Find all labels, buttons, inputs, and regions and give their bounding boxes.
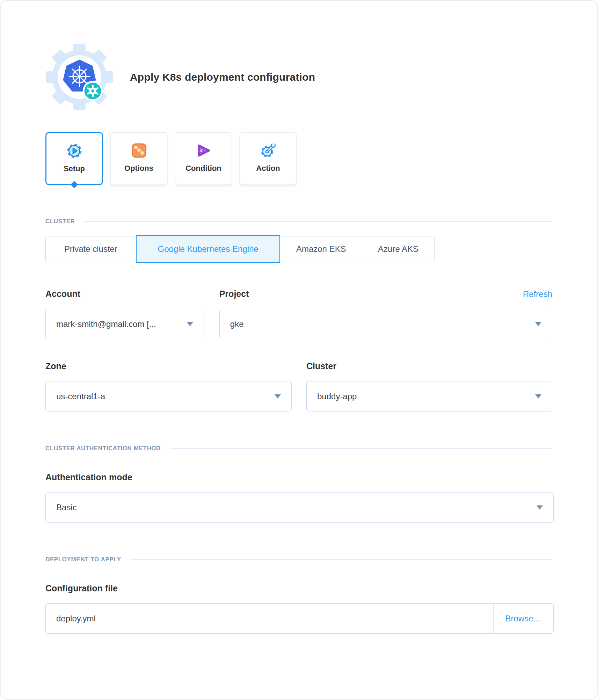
section-title: DEPLOYMENT TO APPLY — [45, 556, 121, 563]
dropdown-arrow-icon — [535, 394, 541, 399]
auth-mode-label: Authentication mode — [45, 472, 552, 482]
segment-azure-aks[interactable]: Azure AKS — [362, 236, 434, 262]
section-divider — [170, 448, 552, 449]
section-title: CLUSTER — [45, 218, 75, 225]
section-divider — [84, 221, 552, 222]
action-gear-wrench-icon — [260, 142, 277, 159]
tab-label: Action — [256, 164, 280, 173]
segment-amazon-eks[interactable]: Amazon EKS — [280, 236, 362, 262]
browse-button[interactable]: Browse… — [493, 604, 553, 633]
cluster-select[interactable]: buddy-app — [306, 381, 552, 411]
account-select[interactable]: mark-smith@gmail.com [... — [45, 309, 204, 339]
config-file-input: deploy.yml Browse… — [45, 603, 554, 634]
tab-setup[interactable]: Setup — [45, 132, 103, 185]
dropdown-arrow-icon — [535, 322, 541, 326]
account-label: Account — [45, 289, 204, 299]
svg-text:IF: IF — [199, 149, 203, 153]
cluster-type-segmented-control: Private cluster Google Kubernetes Engine… — [45, 236, 435, 262]
dropdown-arrow-icon — [187, 322, 193, 326]
kubernetes-gear-icon — [45, 43, 114, 111]
zone-select[interactable]: us-central1-a — [45, 381, 292, 411]
cluster-select-value: buddy-app — [317, 392, 535, 401]
dropdown-arrow-icon — [537, 505, 543, 510]
project-select-value: gke — [230, 319, 535, 329]
page-title: Apply K8s deployment configuration — [130, 71, 315, 83]
auth-mode-select-value: Basic — [56, 503, 537, 512]
tab-action[interactable]: Action — [239, 132, 297, 185]
tab-label: Options — [124, 164, 153, 173]
section-divider — [130, 559, 552, 560]
auth-section-heading: CLUSTER AUTHENTICATION METHOD — [45, 445, 552, 452]
tab-label: Setup — [64, 164, 85, 173]
zone-label: Zone — [45, 361, 292, 371]
refresh-link[interactable]: Refresh — [523, 289, 552, 299]
auth-mode-select[interactable]: Basic — [45, 492, 554, 523]
tab-condition[interactable]: IF Condition — [175, 132, 232, 185]
deployment-section-heading: DEPLOYMENT TO APPLY — [45, 556, 552, 563]
zone-cluster-selects: us-central1-a buddy-app — [45, 371, 552, 411]
options-sliders-icon — [131, 142, 147, 159]
zone-select-value: us-central1-a — [56, 392, 275, 401]
tab-options[interactable]: Options — [110, 132, 168, 185]
cluster-section-heading: CLUSTER — [45, 218, 552, 225]
project-select[interactable]: gke — [219, 309, 552, 339]
segment-google-kubernetes-engine[interactable]: Google Kubernetes Engine — [136, 235, 280, 263]
action-config-panel: Apply K8s deployment configuration Setup — [0, 0, 598, 700]
config-file-value[interactable]: deploy.yml — [46, 614, 493, 624]
account-project-labels: Account Project Refresh — [45, 289, 552, 299]
config-file-label: Configuration file — [45, 583, 552, 593]
zone-cluster-labels: Zone Cluster — [45, 361, 552, 371]
section-title: CLUSTER AUTHENTICATION METHOD — [45, 445, 161, 452]
tab-bar: Setup Options — [45, 132, 552, 185]
setup-gear-play-icon — [66, 143, 83, 159]
account-select-value: mark-smith@gmail.com [... — [56, 319, 187, 329]
cluster-label: Cluster — [306, 361, 552, 371]
condition-if-icon: IF — [195, 142, 212, 159]
project-label: Project — [219, 289, 249, 299]
dropdown-arrow-icon — [275, 394, 281, 399]
account-project-selects: mark-smith@gmail.com [... gke — [45, 299, 552, 339]
segment-private-cluster[interactable]: Private cluster — [46, 236, 136, 262]
tab-label: Condition — [185, 164, 221, 173]
header: Apply K8s deployment configuration — [45, 43, 552, 111]
